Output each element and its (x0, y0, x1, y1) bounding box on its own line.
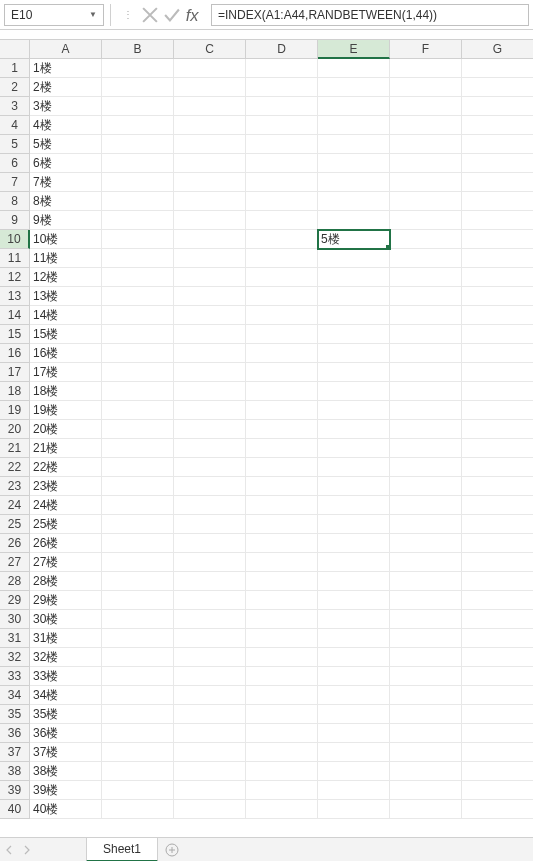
cell-F19[interactable] (390, 401, 462, 420)
cell-F37[interactable] (390, 743, 462, 762)
cell-E40[interactable] (318, 800, 390, 819)
cell-G8[interactable] (462, 192, 533, 211)
cell-G7[interactable] (462, 173, 533, 192)
cell-B22[interactable] (102, 458, 174, 477)
cell-B15[interactable] (102, 325, 174, 344)
cell-A9[interactable]: 9楼 (30, 211, 102, 230)
cell-F24[interactable] (390, 496, 462, 515)
cell-F35[interactable] (390, 705, 462, 724)
cell-A35[interactable]: 35楼 (30, 705, 102, 724)
cell-G33[interactable] (462, 667, 533, 686)
cell-F23[interactable] (390, 477, 462, 496)
cell-C9[interactable] (174, 211, 246, 230)
cell-G31[interactable] (462, 629, 533, 648)
cell-C7[interactable] (174, 173, 246, 192)
cell-B2[interactable] (102, 78, 174, 97)
cell-A13[interactable]: 13楼 (30, 287, 102, 306)
cell-F38[interactable] (390, 762, 462, 781)
cell-D12[interactable] (246, 268, 318, 287)
formula-input[interactable]: =INDEX(A1:A44,RANDBETWEEN(1,44)) (211, 4, 529, 26)
cell-D34[interactable] (246, 686, 318, 705)
cell-B11[interactable] (102, 249, 174, 268)
cell-G2[interactable] (462, 78, 533, 97)
cell-F12[interactable] (390, 268, 462, 287)
row-header-4[interactable]: 4 (0, 116, 30, 135)
cell-D30[interactable] (246, 610, 318, 629)
cell-G26[interactable] (462, 534, 533, 553)
name-box[interactable]: E10 ▼ (4, 4, 104, 26)
cell-D20[interactable] (246, 420, 318, 439)
cell-B33[interactable] (102, 667, 174, 686)
cell-B17[interactable] (102, 363, 174, 382)
cell-G10[interactable] (462, 230, 533, 249)
cell-C37[interactable] (174, 743, 246, 762)
cell-D8[interactable] (246, 192, 318, 211)
cell-B13[interactable] (102, 287, 174, 306)
cell-C1[interactable] (174, 59, 246, 78)
cell-F14[interactable] (390, 306, 462, 325)
cell-G14[interactable] (462, 306, 533, 325)
cell-E16[interactable] (318, 344, 390, 363)
cell-D31[interactable] (246, 629, 318, 648)
cell-B10[interactable] (102, 230, 174, 249)
cell-G34[interactable] (462, 686, 533, 705)
cell-D28[interactable] (246, 572, 318, 591)
cell-A12[interactable]: 12楼 (30, 268, 102, 287)
cell-E4[interactable] (318, 116, 390, 135)
cell-D13[interactable] (246, 287, 318, 306)
cell-G21[interactable] (462, 439, 533, 458)
row-header-39[interactable]: 39 (0, 781, 30, 800)
cell-E32[interactable] (318, 648, 390, 667)
cell-D22[interactable] (246, 458, 318, 477)
cell-E21[interactable] (318, 439, 390, 458)
cell-E13[interactable] (318, 287, 390, 306)
row-header-27[interactable]: 27 (0, 553, 30, 572)
cell-G12[interactable] (462, 268, 533, 287)
row-header-34[interactable]: 34 (0, 686, 30, 705)
cell-A10[interactable]: 10楼 (30, 230, 102, 249)
row-header-22[interactable]: 22 (0, 458, 30, 477)
cell-D33[interactable] (246, 667, 318, 686)
cell-G37[interactable] (462, 743, 533, 762)
cell-B32[interactable] (102, 648, 174, 667)
cell-B27[interactable] (102, 553, 174, 572)
cell-D21[interactable] (246, 439, 318, 458)
cell-F22[interactable] (390, 458, 462, 477)
cell-F21[interactable] (390, 439, 462, 458)
enter-icon[interactable] (161, 4, 183, 26)
row-header-35[interactable]: 35 (0, 705, 30, 724)
cell-F4[interactable] (390, 116, 462, 135)
cell-C8[interactable] (174, 192, 246, 211)
cell-D9[interactable] (246, 211, 318, 230)
cell-E29[interactable] (318, 591, 390, 610)
row-header-1[interactable]: 1 (0, 59, 30, 78)
cell-C26[interactable] (174, 534, 246, 553)
cell-D16[interactable] (246, 344, 318, 363)
cell-B37[interactable] (102, 743, 174, 762)
cell-E18[interactable] (318, 382, 390, 401)
cell-F33[interactable] (390, 667, 462, 686)
cell-C11[interactable] (174, 249, 246, 268)
cell-A16[interactable]: 16楼 (30, 344, 102, 363)
row-header-32[interactable]: 32 (0, 648, 30, 667)
cell-E37[interactable] (318, 743, 390, 762)
row-header-2[interactable]: 2 (0, 78, 30, 97)
cell-E2[interactable] (318, 78, 390, 97)
cell-C16[interactable] (174, 344, 246, 363)
cell-C15[interactable] (174, 325, 246, 344)
cell-E28[interactable] (318, 572, 390, 591)
cell-B28[interactable] (102, 572, 174, 591)
row-header-6[interactable]: 6 (0, 154, 30, 173)
cell-E11[interactable] (318, 249, 390, 268)
cell-F11[interactable] (390, 249, 462, 268)
row-header-24[interactable]: 24 (0, 496, 30, 515)
row-header-25[interactable]: 25 (0, 515, 30, 534)
cell-A6[interactable]: 6楼 (30, 154, 102, 173)
cell-F15[interactable] (390, 325, 462, 344)
cell-B34[interactable] (102, 686, 174, 705)
row-header-12[interactable]: 12 (0, 268, 30, 287)
cell-D19[interactable] (246, 401, 318, 420)
cell-D14[interactable] (246, 306, 318, 325)
col-header-D[interactable]: D (246, 40, 318, 59)
cell-G4[interactable] (462, 116, 533, 135)
